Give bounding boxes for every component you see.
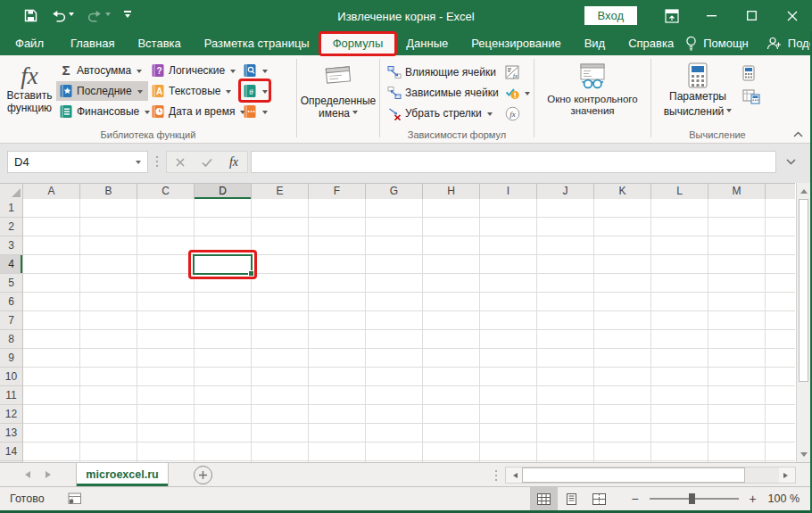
cell-A9[interactable] bbox=[23, 349, 80, 368]
column-header-L[interactable]: L bbox=[651, 184, 708, 199]
formula-input[interactable] bbox=[251, 151, 776, 173]
row-header-5[interactable]: 5 bbox=[0, 274, 23, 293]
cell-E10[interactable] bbox=[252, 368, 309, 386]
cell-F5[interactable] bbox=[309, 274, 366, 293]
column-header-I[interactable]: I bbox=[480, 184, 537, 199]
save-icon[interactable] bbox=[24, 9, 37, 22]
cell-partial-10[interactable] bbox=[766, 368, 795, 386]
cell-F14[interactable] bbox=[309, 443, 366, 461]
cell-D14[interactable] bbox=[195, 443, 252, 461]
column-header-M[interactable]: M bbox=[708, 184, 766, 199]
cell-L6[interactable] bbox=[651, 293, 708, 311]
cell-partial-8[interactable] bbox=[766, 330, 795, 349]
row-header-10[interactable]: 10 bbox=[0, 368, 23, 386]
formula-bar-splitter[interactable] bbox=[148, 151, 166, 167]
cell-C11[interactable] bbox=[137, 386, 195, 405]
cell-D8[interactable] bbox=[195, 330, 252, 349]
cell-F1[interactable] bbox=[309, 199, 366, 218]
tab-formulas[interactable]: Формулы bbox=[321, 31, 395, 55]
cell-I1[interactable] bbox=[480, 199, 537, 218]
cell-F9[interactable] bbox=[309, 349, 366, 368]
cell-J14[interactable] bbox=[537, 443, 594, 461]
cell-F6[interactable] bbox=[309, 293, 366, 311]
view-page-layout-button[interactable] bbox=[558, 487, 585, 510]
cell-partial-3[interactable] bbox=[766, 236, 795, 255]
error-checking-button[interactable] bbox=[504, 83, 531, 103]
cell-I2[interactable] bbox=[480, 218, 537, 236]
cell-L4[interactable] bbox=[651, 255, 708, 274]
macro-record-button[interactable] bbox=[68, 492, 82, 505]
cell-J1[interactable] bbox=[537, 199, 594, 218]
cell-I6[interactable] bbox=[480, 293, 537, 311]
collapse-ribbon-button[interactable] bbox=[793, 131, 803, 137]
cancel-entry-button[interactable] bbox=[167, 152, 194, 172]
cell-E7[interactable] bbox=[252, 311, 309, 330]
date-time-button[interactable]: Дата и время bbox=[148, 102, 240, 121]
logical-dropdown-icon[interactable] bbox=[230, 70, 236, 76]
sheet-tab-active[interactable]: microexcel.ru bbox=[76, 463, 169, 486]
cell-C4[interactable] bbox=[137, 255, 195, 274]
column-header-G[interactable]: G bbox=[366, 184, 423, 199]
cell-B10[interactable] bbox=[80, 368, 137, 386]
cell-G8[interactable] bbox=[366, 330, 423, 349]
cell-C7[interactable] bbox=[137, 311, 195, 330]
maximize-button[interactable] bbox=[732, 0, 772, 31]
horizontal-scroll-thumb[interactable] bbox=[522, 467, 745, 483]
row-header-3[interactable]: 3 bbox=[0, 236, 23, 255]
cell-L10[interactable] bbox=[651, 368, 708, 386]
cell-G2[interactable] bbox=[366, 218, 423, 236]
cell-G5[interactable] bbox=[366, 274, 423, 293]
cell-G11[interactable] bbox=[366, 386, 423, 405]
cell-E12[interactable] bbox=[252, 405, 309, 424]
cell-J6[interactable] bbox=[537, 293, 594, 311]
cell-M4[interactable] bbox=[708, 255, 766, 274]
cell-L13[interactable] bbox=[651, 424, 708, 443]
cell-C9[interactable] bbox=[137, 349, 195, 368]
cell-I4[interactable] bbox=[480, 255, 537, 274]
cell-D2[interactable] bbox=[195, 218, 252, 236]
cell-G9[interactable] bbox=[366, 349, 423, 368]
cell-K4[interactable] bbox=[594, 255, 651, 274]
cell-K3[interactable] bbox=[594, 236, 651, 255]
cell-D12[interactable] bbox=[195, 405, 252, 424]
column-header-D[interactable]: D bbox=[195, 184, 252, 199]
financial-button[interactable]: Финансовые bbox=[56, 102, 148, 121]
cell-D11[interactable] bbox=[195, 386, 252, 405]
cell-K13[interactable] bbox=[594, 424, 651, 443]
share-button[interactable]: Поделиться bbox=[766, 37, 812, 50]
cell-F7[interactable] bbox=[309, 311, 366, 330]
cell-E8[interactable] bbox=[252, 330, 309, 349]
cell-B14[interactable] bbox=[80, 443, 137, 461]
zoom-slider[interactable] bbox=[650, 498, 739, 500]
autosum-button[interactable]: Σ Автосумма bbox=[56, 61, 148, 80]
recent-dropdown-icon[interactable] bbox=[137, 90, 143, 96]
cell-partial-7[interactable] bbox=[766, 311, 795, 330]
tab-data[interactable]: Данные bbox=[394, 31, 460, 55]
zoom-out-button[interactable]: − bbox=[629, 492, 642, 505]
column-header-C[interactable]: C bbox=[137, 184, 195, 199]
cell-G4[interactable] bbox=[366, 255, 423, 274]
cell-A12[interactable] bbox=[23, 405, 80, 424]
cell-B3[interactable] bbox=[80, 236, 137, 255]
cell-H2[interactable] bbox=[423, 218, 480, 236]
column-header-F[interactable]: F bbox=[309, 184, 366, 199]
autosum-dropdown-icon[interactable] bbox=[137, 70, 142, 76]
watch-window-button[interactable]: Окно контрольного значения bbox=[534, 55, 650, 143]
cell-A10[interactable] bbox=[23, 368, 80, 386]
sign-in-button[interactable]: Вход bbox=[584, 6, 637, 25]
cell-J10[interactable] bbox=[537, 368, 594, 386]
row-header-11[interactable]: 11 bbox=[0, 386, 23, 405]
cell-D3[interactable] bbox=[195, 236, 252, 255]
cell-A11[interactable] bbox=[23, 386, 80, 405]
cell-A13[interactable] bbox=[23, 424, 80, 443]
cell-L2[interactable] bbox=[651, 218, 708, 236]
cell-A4[interactable] bbox=[23, 255, 80, 274]
calculate-sheet-button[interactable] bbox=[742, 89, 760, 104]
expand-formula-bar-button[interactable] bbox=[776, 151, 805, 165]
vertical-scrollbar[interactable] bbox=[796, 183, 810, 462]
cell-K14[interactable] bbox=[594, 443, 651, 461]
cell-G14[interactable] bbox=[366, 443, 423, 461]
cell-partial-1[interactable] bbox=[766, 199, 795, 218]
cell-K6[interactable] bbox=[594, 293, 651, 311]
cell-A3[interactable] bbox=[23, 236, 80, 255]
